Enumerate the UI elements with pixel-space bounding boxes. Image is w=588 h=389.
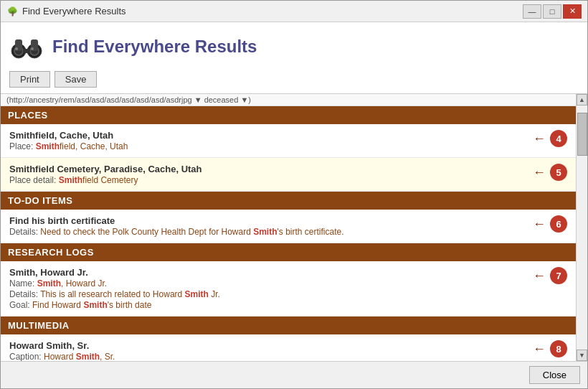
highlight-text: Smith	[185, 289, 209, 299]
annotation-badge-4: 4	[550, 130, 567, 147]
window-title: Find Everywhere Results	[22, 6, 126, 17]
header-content: Find Everywhere Results	[9, 29, 579, 64]
detail-value: , Howard Jr.	[61, 278, 107, 289]
detail-value: Jr.	[209, 289, 220, 299]
title-bar-controls: — □ ✕	[523, 4, 582, 19]
annotation-8: ←8	[533, 340, 567, 357]
result-detail: Goal: Find Howard Smith's birth date	[9, 300, 527, 310]
detail-value: field Cemetery	[82, 175, 138, 185]
result-detail: Details: This is all research related to…	[9, 289, 527, 299]
detail-label: Goal:	[9, 300, 32, 310]
sections-container: PLACESSmithfield, Cache, UtahPlace: Smit…	[1, 106, 576, 361]
minimize-button[interactable]: —	[523, 4, 541, 19]
detail-label: Caption:	[9, 352, 44, 361]
detail-value: This is all research related to Howard	[40, 289, 184, 299]
result-title: Smithfield Cemetery, Paradise, Cache, Ut…	[9, 164, 527, 174]
detail-value: 's birth certificate.	[278, 227, 344, 237]
footer: Close	[1, 361, 587, 388]
detail-value: 's birth date	[108, 300, 152, 310]
scrollbar-thumb-area	[577, 106, 587, 350]
result-detail: Caption: Howard Smith, Sr.	[9, 352, 527, 361]
highlight-text: Smith	[59, 175, 82, 185]
result-title: Find his birth certificate	[9, 215, 527, 226]
result-item-media-1[interactable]: Howard Smith, Sr.Caption: Howard Smith, …	[1, 334, 576, 361]
detail-label: Name:	[9, 278, 37, 289]
highlight-text: Smith	[37, 278, 61, 289]
scrollbar-track: ▲ ▼	[576, 94, 587, 361]
title-bar: 🌳 Find Everywhere Results — □ ✕	[1, 1, 587, 22]
result-item-place-1[interactable]: Smithfield, Cache, UtahPlace: Smithfield…	[1, 124, 576, 158]
scroll-content[interactable]: (http://ancestry/rem/asd/asd/asd/asd/asd…	[1, 94, 576, 361]
url-bar: (http://ancestry/rem/asd/asd/asd/asd/asd…	[1, 94, 576, 106]
section-header-multimedia: MULTIMEDIA	[1, 317, 576, 334]
close-button[interactable]: Close	[529, 366, 580, 384]
item-text-place-1: Smithfield, Cache, UtahPlace: Smithfield…	[9, 130, 527, 151]
arrow-icon: ←	[533, 217, 546, 232]
result-title: Howard Smith, Sr.	[9, 340, 527, 351]
arrow-icon: ←	[533, 165, 546, 180]
svg-point-10	[31, 47, 34, 50]
section-header-research-logs: RESEARCH LOGS	[1, 243, 576, 261]
header-area: Find Everywhere Results Print Save	[1, 22, 587, 94]
save-button[interactable]: Save	[54, 71, 98, 88]
detail-label: Details:	[9, 289, 40, 299]
annotation-7: ←7	[533, 267, 567, 284]
result-title: Smithfield, Cache, Utah	[9, 130, 527, 141]
content-area: (http://ancestry/rem/asd/asd/asd/asd/asd…	[1, 94, 587, 361]
toolbar: Print Save	[9, 71, 579, 88]
svg-rect-6	[23, 49, 30, 53]
window-close-button[interactable]: ✕	[563, 4, 582, 19]
highlight-text: Smith	[83, 300, 107, 310]
section-header-todo: TO-DO ITEMS	[1, 192, 576, 210]
detail-label: Place:	[9, 141, 36, 151]
item-row: Smith, Howard Jr.Name: Smith, Howard Jr.…	[9, 267, 567, 310]
result-title: Smith, Howard Jr.	[9, 267, 527, 278]
highlight-text: Smith	[36, 141, 60, 151]
arrow-icon: ←	[533, 268, 546, 283]
result-item-todo-1[interactable]: Find his birth certificateDetails: Need …	[1, 210, 576, 243]
header-title: Find Everywhere Results	[52, 37, 257, 57]
item-text-media-1: Howard Smith, Sr.Caption: Howard Smith, …	[9, 340, 527, 361]
highlight-text: Smith	[76, 352, 100, 361]
detail-value: field, Cache, Utah	[60, 141, 128, 151]
detail-value: Find Howard	[32, 300, 83, 310]
item-text-place-2: Smithfield Cemetery, Paradise, Cache, Ut…	[9, 164, 527, 185]
highlight-text: Smith	[253, 227, 277, 237]
arrow-icon: ←	[533, 342, 546, 357]
binoculars-icon	[9, 29, 44, 64]
result-detail: Place detail: Smithfield Cemetery	[9, 175, 527, 185]
annotation-6: ←6	[533, 215, 567, 233]
detail-value: Need to check the Polk County Health Dep…	[40, 227, 253, 237]
title-bar-left: 🌳 Find Everywhere Results	[6, 6, 126, 17]
detail-value: Howard	[44, 352, 76, 361]
maximize-button[interactable]: □	[543, 4, 561, 19]
section-header-places: PLACES	[1, 106, 576, 124]
arrow-icon: ←	[533, 131, 546, 146]
detail-label: Place detail:	[9, 175, 59, 185]
annotation-badge-6: 6	[550, 215, 567, 233]
annotation-badge-7: 7	[550, 267, 567, 284]
result-detail: Details: Need to check the Polk County H…	[9, 227, 527, 237]
result-item-place-2[interactable]: Smithfield Cemetery, Paradise, Cache, Ut…	[1, 158, 576, 192]
item-text-log-1: Smith, Howard Jr.Name: Smith, Howard Jr.…	[9, 267, 527, 310]
item-row: Find his birth certificateDetails: Need …	[9, 215, 567, 237]
print-button[interactable]: Print	[9, 71, 50, 88]
scroll-up-button[interactable]: ▲	[577, 94, 587, 106]
scrollbar-thumb[interactable]	[577, 113, 587, 156]
svg-point-9	[15, 47, 18, 50]
annotation-badge-8: 8	[550, 340, 567, 357]
item-row: Smithfield Cemetery, Paradise, Cache, Ut…	[9, 164, 567, 185]
main-window: 🌳 Find Everywhere Results — □ ✕	[0, 0, 588, 389]
item-row: Howard Smith, Sr.Caption: Howard Smith, …	[9, 340, 567, 361]
item-row: Smithfield, Cache, UtahPlace: Smithfield…	[9, 130, 567, 151]
scroll-down-button[interactable]: ▼	[577, 350, 587, 361]
item-text-todo-1: Find his birth certificateDetails: Need …	[9, 215, 527, 237]
result-detail: Name: Smith, Howard Jr.	[9, 278, 527, 289]
result-item-log-1[interactable]: Smith, Howard Jr.Name: Smith, Howard Jr.…	[1, 261, 576, 317]
detail-value: , Sr.	[100, 352, 115, 361]
result-detail: Place: Smithfield, Cache, Utah	[9, 141, 527, 151]
annotation-badge-5: 5	[550, 164, 567, 181]
detail-label: Details:	[9, 227, 40, 237]
annotation-5: ←5	[533, 164, 567, 181]
annotation-4: ←4	[533, 130, 567, 147]
